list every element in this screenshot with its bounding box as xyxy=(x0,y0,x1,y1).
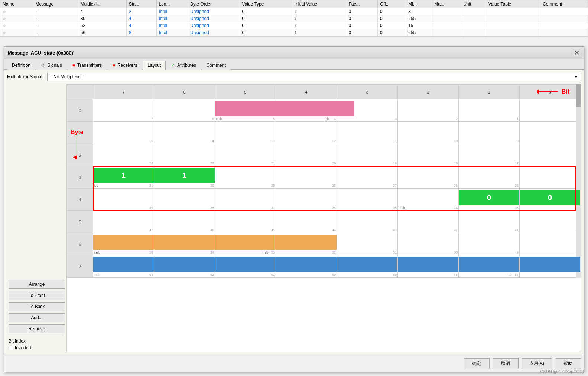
grid-row-5: 5 47 46 45 xyxy=(67,211,581,233)
tab-definition[interactable]: Definition xyxy=(7,61,35,70)
cell-0-7[interactable]: 7 xyxy=(93,99,154,122)
scrollbar-thumb[interactable] xyxy=(576,84,581,107)
cell-4-7[interactable]: 39 xyxy=(93,189,154,211)
cell-0-0[interactable]: 0 xyxy=(520,99,581,122)
cell-4-6[interactable]: 38 xyxy=(154,189,215,211)
cell-0-5[interactable]: msb 5 xyxy=(215,99,276,122)
cell-5-1[interactable]: 41 xyxy=(459,211,520,233)
cell-7-6[interactable]: 62 xyxy=(154,255,215,278)
cell-0-1[interactable]: 1 xyxy=(459,99,520,122)
tab-comment[interactable]: Comment xyxy=(202,61,231,70)
cell-2-6[interactable]: 22 xyxy=(154,144,215,166)
cell-2-3[interactable]: 19 xyxy=(337,144,398,166)
table-row[interactable]: ☆ - 4 2 Intel Unsigned 0 1 0 0 3 xyxy=(0,8,588,15)
col-start: Sta... xyxy=(126,0,156,8)
cell-3-1[interactable]: 25 xyxy=(459,166,520,189)
cell-3-4[interactable]: 28 xyxy=(276,166,337,189)
cell-7-2[interactable]: 58 xyxy=(398,255,459,278)
signal-pink xyxy=(215,101,354,116)
cell-5-2[interactable]: 42 xyxy=(398,211,459,233)
cell-6-5[interactable]: lsb 53 xyxy=(215,233,276,255)
cell-4-3[interactable]: 35 xyxy=(337,189,398,211)
cell-5-7[interactable]: 47 xyxy=(93,211,154,233)
comment-label: Comment xyxy=(207,63,226,68)
cell-1-0[interactable]: 8 xyxy=(520,122,581,144)
cell-7-0[interactable]: 56 xyxy=(520,255,581,278)
cell-2-4[interactable]: 20 xyxy=(276,144,337,166)
cell-5-3[interactable]: 43 xyxy=(337,211,398,233)
remove-button[interactable]: Remove xyxy=(9,324,65,333)
to-front-button[interactable]: To Front xyxy=(9,291,65,300)
to-back-button[interactable]: To Back xyxy=(9,302,65,311)
col-unit: Unit xyxy=(461,0,486,8)
cell-5-0[interactable]: 40 xyxy=(520,211,581,233)
table-row[interactable]: ☆ - 56 8 Intel Unsigned 0 1 0 0 255 xyxy=(0,29,588,36)
cell-3-2[interactable]: 26 xyxy=(398,166,459,189)
cell-7-1[interactable]: lsb 57 xyxy=(459,255,520,278)
cell-2-2[interactable]: 18 xyxy=(398,144,459,166)
tab-signals[interactable]: ⚙ Signals xyxy=(36,61,67,70)
table-row[interactable]: ☆ - 30 4 Intel Unsigned 0 1 0 0 255 xyxy=(0,15,588,22)
help-button[interactable]: 帮助 xyxy=(555,358,581,369)
add-button[interactable]: Add... xyxy=(9,313,65,322)
cell-0-6[interactable]: 6 xyxy=(154,99,215,122)
cell-1-6[interactable]: 14 xyxy=(154,122,215,144)
cell-7-4[interactable]: 60 xyxy=(276,255,337,278)
grid-row-0: 0 7 6 xyxy=(67,99,581,122)
cell-6-3[interactable]: 51 xyxy=(337,233,398,255)
cell-4-0[interactable]: 0 32 xyxy=(520,189,581,211)
cell-4-5[interactable]: 37 xyxy=(215,189,276,211)
close-button[interactable]: ✕ xyxy=(573,49,580,56)
grid-container[interactable]: Bit Byte 7 xyxy=(66,84,581,352)
definition-label: Definition xyxy=(12,63,30,68)
cell-1-5[interactable]: 13 xyxy=(215,122,276,144)
cell-3-3[interactable]: 27 xyxy=(337,166,398,189)
tab-receivers[interactable]: ■ Receivers xyxy=(107,61,142,70)
inverted-checkbox[interactable] xyxy=(9,346,13,350)
cell-6-6[interactable]: 54 xyxy=(154,233,215,255)
transmitters-label: Transmitters xyxy=(77,63,102,68)
confirm-button[interactable]: 确定 xyxy=(464,358,490,369)
apply-button[interactable]: 应用(A) xyxy=(522,358,552,369)
cell-2-5[interactable]: 21 xyxy=(215,144,276,166)
cell-6-0[interactable]: 48 xyxy=(520,233,581,255)
cell-1-2[interactable]: 10 xyxy=(398,122,459,144)
cell-2-0[interactable]: 16 xyxy=(520,144,581,166)
cell-3-5[interactable]: 29 xyxy=(215,166,276,189)
cell-5-6[interactable]: 46 xyxy=(154,211,215,233)
cell-5-4[interactable]: 44 xyxy=(276,211,337,233)
mux-select[interactable]: – No Multiplexor – ▼ xyxy=(47,73,581,81)
arrange-button[interactable]: Arrange xyxy=(9,280,65,289)
cell-3-7[interactable]: 1 31 lsb xyxy=(93,166,154,189)
cell-3-0[interactable]: 24 xyxy=(520,166,581,189)
cell-4-1[interactable]: 0 33 xyxy=(459,189,520,211)
cell-6-7[interactable]: msb 55 xyxy=(93,233,154,255)
grid-row-4: 4 39 38 37 xyxy=(67,189,581,211)
cancel-button[interactable]: 取消 xyxy=(493,358,519,369)
cell-7-5[interactable]: 61 xyxy=(215,255,276,278)
cell-2-1[interactable]: 17 xyxy=(459,144,520,166)
cell-1-1[interactable]: 9 xyxy=(459,122,520,144)
cell-1-4[interactable]: 12 xyxy=(276,122,337,144)
cell-4-4[interactable]: 36 xyxy=(276,189,337,211)
cell-2-7[interactable]: 23 xyxy=(93,144,154,166)
cell-3-6[interactable]: 1 30 xyxy=(154,166,215,189)
cell-1-7[interactable]: 15 xyxy=(93,122,154,144)
chevron-down-icon: ▼ xyxy=(574,74,578,79)
tab-attributes[interactable]: ✓ Attributes xyxy=(166,61,201,70)
cell-5-5[interactable]: 45 xyxy=(215,211,276,233)
table-row[interactable]: ☆ - 52 4 Intel Unsigned 0 1 0 0 15 xyxy=(0,22,588,29)
cell-0-2[interactable]: 2 xyxy=(398,99,459,122)
cell-7-3[interactable]: 59 xyxy=(337,255,398,278)
cell-6-2[interactable]: 50 xyxy=(398,233,459,255)
cell-6-4[interactable]: 52 xyxy=(276,233,337,255)
cell-7-7[interactable]: msb 63 xyxy=(93,255,154,278)
cell-4-2[interactable]: 34 msb xyxy=(398,189,459,211)
tab-transmitters[interactable]: ■ Transmitters xyxy=(68,61,107,70)
bit-index-label: Bit index xyxy=(9,339,65,344)
col-2: 2 xyxy=(398,85,459,99)
cell-6-1[interactable]: 49 xyxy=(459,233,520,255)
scrollbar-track[interactable] xyxy=(576,84,581,278)
tab-layout[interactable]: Layout xyxy=(143,61,166,70)
cell-1-3[interactable]: 11 xyxy=(337,122,398,144)
